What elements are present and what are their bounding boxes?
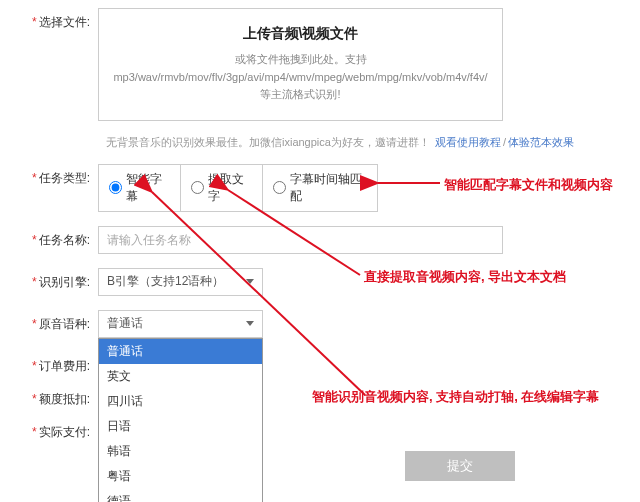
label-lang: *原音语种: (20, 310, 98, 333)
radio-smart-subtitle[interactable]: 智能字幕 (99, 165, 180, 211)
lang-option[interactable]: 日语 (99, 414, 262, 439)
lang-dropdown: 普通话英文四川话日语韩语粤语德语上海话闽南语东北话泰语意大利语 (98, 338, 263, 502)
hint-text: 无背景音乐的识别效果最佳。加微信ixiangpica为好友，邀请进群！ 观看使用… (106, 135, 620, 150)
label-quota: *额度抵扣: (20, 385, 98, 408)
task-name-input[interactable] (98, 226, 503, 254)
upload-dropzone[interactable]: 上传音频\视频文件 或将文件拖拽到此处。支持mp3/wav/rmvb/mov/f… (98, 8, 503, 121)
chevron-down-icon (246, 321, 254, 326)
link-sample[interactable]: 体验范本效果 (508, 136, 574, 148)
task-type-radiogroup: 智能字幕 提取文字 字幕时间轴匹配 (98, 164, 378, 212)
annotation-2: 直接提取音视频内容, 导出文本文档 (364, 268, 566, 286)
lang-select[interactable]: 普通话 (98, 310, 263, 338)
lang-option[interactable]: 德语 (99, 489, 262, 502)
radio-timeline-match[interactable]: 字幕时间轴匹配 (262, 165, 377, 211)
label-order-fee: *订单费用: (20, 352, 98, 375)
lang-option[interactable]: 普通话 (99, 339, 262, 364)
engine-select[interactable]: B引擎（支持12语种） (98, 268, 263, 296)
label-task-type: *任务类型: (20, 164, 98, 187)
upload-subtitle: 或将文件拖拽到此处。支持mp3/wav/rmvb/mov/flv/3gp/avi… (109, 51, 492, 104)
lang-option[interactable]: 粤语 (99, 464, 262, 489)
radio-extract-text[interactable]: 提取文字 (180, 165, 262, 211)
label-actual: *实际支付: (20, 418, 98, 441)
label-task-name: *任务名称: (20, 226, 98, 249)
label-select-file: *选择文件: (20, 8, 98, 31)
submit-button[interactable]: 提交 (405, 451, 515, 481)
chevron-down-icon (246, 279, 254, 284)
link-tutorial[interactable]: 观看使用教程 (435, 136, 501, 148)
upload-title: 上传音频\视频文件 (109, 25, 492, 43)
lang-option[interactable]: 英文 (99, 364, 262, 389)
annotation-3: 智能识别音视频内容, 支持自动打轴, 在线编辑字幕 (312, 388, 599, 406)
lang-option[interactable]: 韩语 (99, 439, 262, 464)
annotation-1: 智能匹配字幕文件和视频内容 (444, 176, 613, 194)
lang-option[interactable]: 四川话 (99, 389, 262, 414)
label-engine: *识别引擎: (20, 268, 98, 291)
